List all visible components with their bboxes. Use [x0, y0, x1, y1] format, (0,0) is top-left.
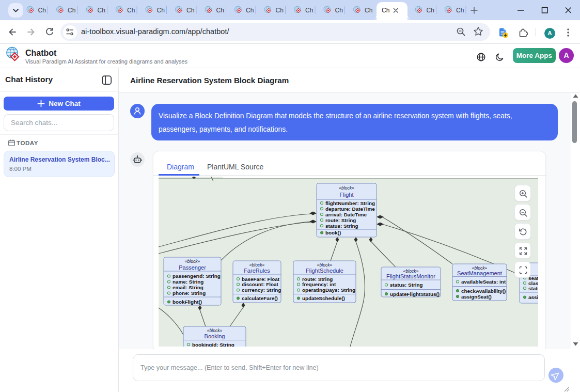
svg-text:book(): book() [325, 230, 341, 236]
svg-text:route: String: route: String [302, 276, 333, 282]
svg-text:Ch: Ch [157, 7, 165, 14]
svg-text:FlightStatusMonitor: FlightStatusMonitor [386, 273, 435, 279]
svg-text:checkAvailability(): checkAvailability() [461, 288, 506, 294]
svg-text:«block»: «block» [185, 259, 200, 264]
svg-text:status: String: status: String [325, 223, 358, 229]
svg-text:Ch: Ch [335, 7, 343, 14]
svg-text:Booking: Booking [205, 333, 225, 339]
svg-text:phone: String: phone: String [173, 290, 206, 296]
svg-text:passengerId: String: passengerId: String [173, 273, 221, 279]
svg-text:FareRules: FareRules [244, 268, 270, 274]
svg-text:Ch: Ch [216, 7, 224, 14]
svg-text:Ch: Ch [38, 7, 46, 14]
svg-text:status: String: status: String [528, 286, 538, 291]
svg-text:arrival: DateTime: arrival: DateTime [325, 212, 367, 217]
svg-text:calculateFare(): calculateFare() [242, 295, 278, 301]
svg-text:operatingDays: String: operatingDays: String [302, 287, 355, 293]
svg-text:route: String: route: String [325, 217, 356, 223]
svg-text:Ch: Ch [186, 7, 194, 14]
svg-text:«block»: «block» [317, 262, 333, 268]
svg-text:Flight: Flight [340, 192, 354, 198]
svg-text:Ch: Ch [276, 7, 284, 14]
svg-text:flightNumber: String: flightNumber: String [325, 200, 375, 206]
svg-text:SeatManagement: SeatManagement [457, 270, 502, 276]
svg-text:Ch: Ch [246, 7, 254, 14]
svg-text:«block»: «block» [339, 185, 354, 191]
svg-text:updateSchedule(): updateSchedule() [302, 295, 345, 301]
svg-text:status: String: status: String [390, 282, 423, 288]
svg-text:email: String: email: String [173, 285, 203, 290]
svg-text:baseFare: Float: baseFare: Float [242, 276, 280, 282]
svg-text:updateFlightStatus(): updateFlightStatus() [390, 291, 440, 297]
svg-text:frequency: int: frequency: int [302, 281, 336, 287]
svg-text:Ch: Ch [98, 7, 105, 14]
svg-text:assignPassenger(): assignPassenger() [528, 294, 538, 300]
svg-text:bookFlight(): bookFlight() [173, 299, 202, 305]
svg-text:Ch: Ch [305, 7, 313, 14]
svg-text:Ch: Ch [365, 7, 372, 14]
svg-text:Ch: Ch [68, 7, 75, 14]
svg-text:bookingId: String: bookingId: String [192, 342, 234, 347]
svg-text:departure: DateTime: departure: DateTime [325, 206, 375, 212]
svg-text:name: String: name: String [173, 279, 203, 285]
svg-text:discount: Float: discount: Float [242, 281, 278, 287]
svg-text:assignSeat(): assignSeat() [461, 294, 492, 300]
svg-text:«block»: «block» [249, 262, 265, 268]
svg-text:«block»: «block» [207, 328, 223, 333]
svg-text:FlightSchedule: FlightSchedule [306, 268, 343, 274]
svg-text:Passenger: Passenger [179, 264, 206, 271]
svg-text:Ch: Ch [127, 7, 135, 14]
svg-text:Ch: Ch [456, 7, 464, 14]
svg-text:availableSeats: int: availableSeats: int [461, 279, 506, 285]
svg-text:Ch: Ch [427, 7, 434, 14]
svg-text:«block»: «block» [403, 269, 419, 274]
svg-text:currency: String: currency: String [242, 287, 281, 293]
